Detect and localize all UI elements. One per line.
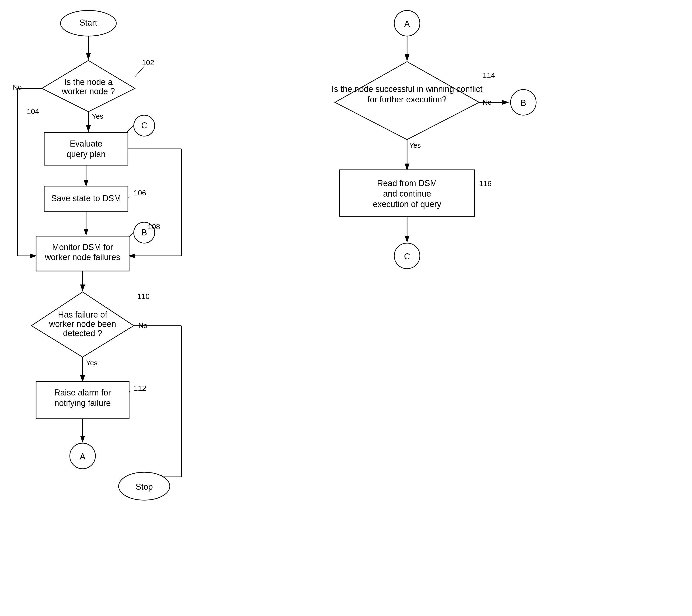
connector-c-top-label: C (141, 121, 147, 130)
label-108: 108 (148, 222, 160, 231)
label-114: 114 (483, 71, 495, 80)
box-read-line2: and continue (383, 189, 431, 198)
yes-110: Yes (86, 359, 98, 367)
connector-a-right-label: A (404, 19, 410, 28)
box-evaluate-line1: Evaluate (70, 139, 102, 148)
decision-102-line2: worker node ? (62, 87, 115, 96)
box-read-line1: Read from DSM (377, 178, 437, 188)
arrow-label-102 (135, 66, 144, 77)
box-read-line3: execution of query (373, 199, 441, 209)
decision-110-line2: worker node been (49, 319, 116, 329)
box-save-label: Save state to DSM (51, 194, 121, 203)
decision-114-line2: for further execution? (368, 95, 447, 104)
label-110: 110 (137, 292, 150, 301)
stop-label: Stop (136, 482, 153, 491)
decision-102-line1: Is the node a (64, 77, 113, 87)
start-label: Start (80, 18, 97, 27)
box-evaluate-line2: query plan (66, 149, 106, 159)
label-102: 102 (142, 58, 154, 67)
yes-114: Yes (409, 142, 421, 149)
flowchart: Start Is the node a worker node ? 102 10… (0, 0, 692, 616)
connector-c-bottom-label: C (404, 252, 410, 261)
box-evaluate (44, 133, 128, 165)
decision-110-line1: Has failure of (58, 310, 107, 319)
label-106: 106 (134, 189, 146, 197)
box-raise-line2: notifying failure (55, 398, 111, 408)
yes-102: Yes (92, 112, 103, 120)
box-monitor-line1: Monitor DSM for (52, 242, 113, 252)
connector-b-top-label: B (142, 228, 147, 237)
label-112: 112 (134, 384, 146, 392)
connector-a-bottom-label: A (80, 452, 85, 461)
box-monitor-line2: worker node failures (45, 252, 120, 262)
decision-114-line1: Is the node successful in winning confli… (332, 84, 482, 94)
box-raise-line1: Raise alarm for (54, 388, 111, 397)
connector-b-right-label: B (521, 98, 526, 108)
label-116: 116 (479, 179, 492, 188)
label-104: 104 (27, 107, 39, 115)
decision-110-line3: detected ? (63, 328, 102, 338)
